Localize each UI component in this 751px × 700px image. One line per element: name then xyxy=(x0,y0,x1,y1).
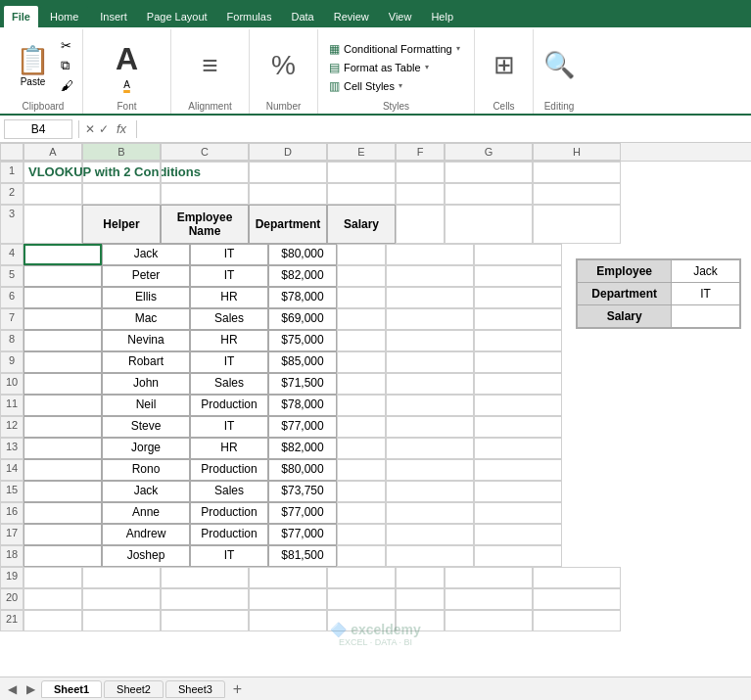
cell-e7[interactable]: $69,000 xyxy=(268,308,337,330)
cell-g9[interactable] xyxy=(386,351,474,373)
cell-g12[interactable] xyxy=(386,416,474,438)
cell-d18[interactable]: IT xyxy=(190,545,268,567)
cell-e3[interactable]: Salary xyxy=(327,205,396,244)
formula-input[interactable] xyxy=(143,122,747,136)
cell-h4[interactable] xyxy=(474,244,562,265)
cell-g16[interactable] xyxy=(386,502,474,524)
lookup-salary-value[interactable] xyxy=(672,305,740,328)
cell-g18[interactable] xyxy=(386,545,474,567)
cell-e8[interactable]: $75,000 xyxy=(268,330,337,351)
cell-d9[interactable]: IT xyxy=(190,351,268,373)
cell-f5[interactable] xyxy=(337,265,386,287)
format-painter-button[interactable]: 🖌 xyxy=(58,77,76,94)
cell-g2[interactable] xyxy=(445,183,533,205)
cell-f1[interactable] xyxy=(396,162,445,183)
paste-button[interactable]: 📋 Paste xyxy=(10,40,56,91)
cell-g15[interactable] xyxy=(386,481,474,502)
name-box[interactable] xyxy=(4,119,72,139)
cell-b9[interactable] xyxy=(23,351,102,373)
cell-f14[interactable] xyxy=(337,459,386,481)
cell-d7[interactable]: Sales xyxy=(190,308,268,330)
cell-g3[interactable] xyxy=(445,205,533,244)
cell-g17[interactable] xyxy=(386,524,474,545)
cell-f12[interactable] xyxy=(337,416,386,438)
tab-nav-right[interactable]: ▶ xyxy=(23,682,39,696)
cell-b1[interactable] xyxy=(82,162,161,183)
cell-g1[interactable] xyxy=(445,162,533,183)
cell-b8[interactable] xyxy=(23,330,102,351)
cut-button[interactable]: ✂ xyxy=(58,37,76,54)
cell-c10[interactable]: John xyxy=(102,373,190,395)
cell-f18[interactable] xyxy=(337,545,386,567)
cell-d2[interactable] xyxy=(249,183,327,205)
lookup-department-value[interactable]: IT xyxy=(672,283,740,305)
cell-g8[interactable] xyxy=(386,330,474,351)
cell-g10[interactable] xyxy=(386,373,474,395)
cell-f6[interactable] xyxy=(337,287,386,308)
cell-e12[interactable]: $77,000 xyxy=(268,416,337,438)
cell-d16[interactable]: Production xyxy=(190,502,268,524)
cell-c11[interactable]: Neil xyxy=(102,395,190,416)
cell-d6[interactable]: HR xyxy=(190,287,268,308)
cell-c14[interactable]: Rono xyxy=(102,459,190,481)
cell-f17[interactable] xyxy=(337,524,386,545)
cell-f13[interactable] xyxy=(337,438,386,459)
cell-a2[interactable] xyxy=(23,183,82,205)
cell-f16[interactable] xyxy=(337,502,386,524)
cell-e1[interactable] xyxy=(327,162,396,183)
cell-a1[interactable]: VLOOKUP with 2 Conditions xyxy=(23,162,82,183)
cell-e2[interactable] xyxy=(327,183,396,205)
cell-e14[interactable]: $80,000 xyxy=(268,459,337,481)
cell-f2[interactable] xyxy=(396,183,445,205)
cell-h7[interactable] xyxy=(474,308,562,330)
cell-e10[interactable]: $71,500 xyxy=(268,373,337,395)
sheet-tab-1[interactable]: Sheet1 xyxy=(41,680,102,698)
insert-tab[interactable]: Insert xyxy=(90,6,137,27)
sheet-tab-3[interactable]: Sheet3 xyxy=(165,680,225,698)
cell-d13[interactable]: HR xyxy=(190,438,268,459)
cell-b17[interactable] xyxy=(23,524,102,545)
sheet-tab-2[interactable]: Sheet2 xyxy=(104,680,164,698)
cell-c4[interactable]: Jack xyxy=(102,244,190,265)
cell-g7[interactable] xyxy=(386,308,474,330)
cell-h13[interactable] xyxy=(474,438,562,459)
cell-c3[interactable]: EmployeeName xyxy=(161,205,249,244)
cell-c13[interactable]: Jorge xyxy=(102,438,190,459)
tab-nav-left[interactable]: ◀ xyxy=(4,682,21,696)
cell-h15[interactable] xyxy=(474,481,562,502)
lookup-employee-value[interactable]: Jack xyxy=(672,260,740,283)
cell-h5[interactable] xyxy=(474,265,562,287)
cell-d4[interactable]: IT xyxy=(190,244,268,265)
cell-f9[interactable] xyxy=(337,351,386,373)
cell-g5[interactable] xyxy=(386,265,474,287)
cell-b11[interactable] xyxy=(23,395,102,416)
cell-h8[interactable] xyxy=(474,330,562,351)
data-tab[interactable]: Data xyxy=(281,6,323,27)
cell-d3[interactable]: Department xyxy=(249,205,327,244)
cell-d1[interactable] xyxy=(249,162,327,183)
cell-b3[interactable]: Helper xyxy=(82,205,161,244)
cell-c8[interactable]: Nevina xyxy=(102,330,190,351)
cell-b10[interactable] xyxy=(23,373,102,395)
cell-c5[interactable]: Peter xyxy=(102,265,190,287)
cell-h14[interactable] xyxy=(474,459,562,481)
cell-c2[interactable] xyxy=(161,183,249,205)
cell-c18[interactable]: Joshep xyxy=(102,545,190,567)
cell-h9[interactable] xyxy=(474,351,562,373)
cell-b18[interactable] xyxy=(23,545,102,567)
cell-e17[interactable]: $77,000 xyxy=(268,524,337,545)
page-layout-tab[interactable]: Page Layout xyxy=(137,6,217,27)
cell-b12[interactable] xyxy=(23,416,102,438)
cancel-icon[interactable]: ✕ xyxy=(85,122,95,136)
cell-styles-button[interactable]: ▥ Cell Styles ▾ xyxy=(326,78,466,94)
cell-e13[interactable]: $82,000 xyxy=(268,438,337,459)
cell-h17[interactable] xyxy=(474,524,562,545)
copy-button[interactable]: ⧉ xyxy=(58,57,76,74)
cell-d12[interactable]: IT xyxy=(190,416,268,438)
cell-c9[interactable]: Robart xyxy=(102,351,190,373)
cell-c1[interactable] xyxy=(161,162,249,183)
cell-b5[interactable] xyxy=(23,265,102,287)
cell-d5[interactable]: IT xyxy=(190,265,268,287)
cell-f7[interactable] xyxy=(337,308,386,330)
cell-f10[interactable] xyxy=(337,373,386,395)
